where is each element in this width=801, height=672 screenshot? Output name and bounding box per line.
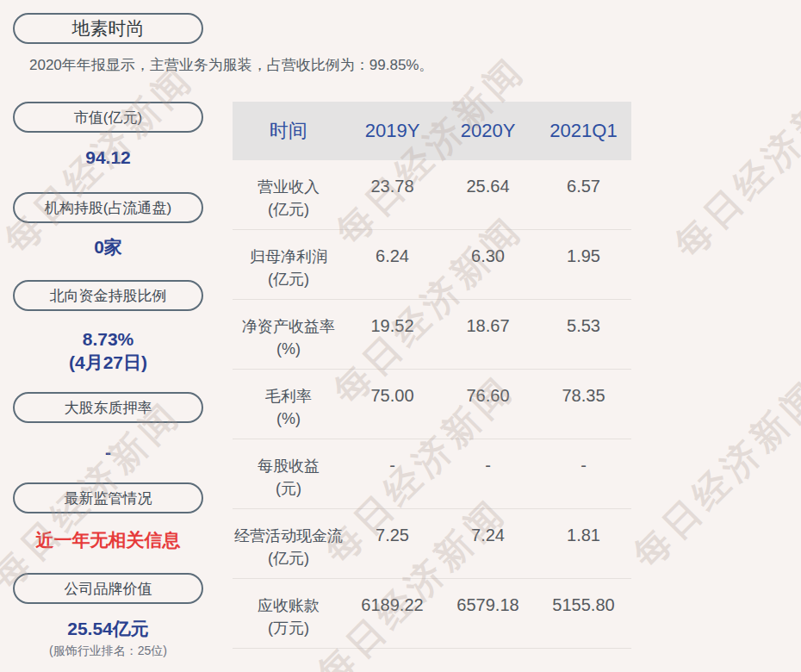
cell-value: 23.78	[345, 160, 440, 229]
table-row-revenue: 营业收入(亿元) 23.78 25.64 6.57	[233, 160, 631, 230]
northbound-ratio-value: 8.73%	[13, 328, 203, 351]
cell-value: 1.81	[536, 509, 631, 578]
row-label: 应收账款(万元)	[233, 579, 345, 648]
cell-value: 18.67	[440, 300, 536, 369]
cell-value: 1.95	[536, 230, 631, 299]
cell-value: 78.35	[536, 370, 631, 439]
row-label: 净资产收益率(%)	[233, 300, 345, 369]
header-2021q1: 2021Q1	[536, 120, 631, 142]
header-time: 时间	[233, 118, 345, 144]
cell-value: 6.24	[345, 230, 440, 299]
cell-value: -	[345, 439, 440, 508]
watermark-text: 每日经济新闻	[664, 59, 801, 268]
sidebar-pill-market-cap[interactable]: 市值(亿元)	[13, 102, 203, 133]
row-label: 每股收益(元)	[233, 439, 345, 508]
cell-value: -	[440, 439, 536, 508]
institutional-holdings-value: 0家	[13, 236, 203, 258]
cell-value: 19.52	[345, 300, 440, 369]
sidebar-pill-brand-value[interactable]: 公司品牌价值	[13, 573, 203, 604]
sidebar-pill-regulatory-status[interactable]: 最新监管情况	[13, 482, 203, 513]
header-2020y: 2020Y	[440, 120, 536, 142]
cell-value: -	[536, 439, 631, 508]
cell-value: 6.30	[440, 230, 536, 299]
northbound-ratio-date: (4月27日)	[13, 352, 203, 374]
cell-value: 75.00	[345, 370, 440, 439]
company-name-pill[interactable]: 地素时尚	[13, 13, 203, 44]
cell-value: 7.25	[345, 509, 440, 578]
sidebar-pill-institutional-holdings[interactable]: 机构持股(占流通盘)	[13, 192, 203, 223]
table-row-operating-cash-flow: 经营活动现金流(亿元) 7.25 7.24 1.81	[233, 509, 631, 579]
row-label: 经营活动现金流(亿元)	[233, 509, 345, 578]
cell-value: 76.60	[440, 370, 536, 439]
header-2019y: 2019Y	[345, 120, 440, 142]
row-label: 营业收入(亿元)	[233, 160, 345, 229]
table-header-row: 时间 2019Y 2020Y 2021Q1	[233, 102, 631, 160]
cell-value: 25.64	[440, 160, 536, 229]
sidebar-pill-northbound-ratio[interactable]: 北向资金持股比例	[13, 280, 203, 311]
table-row-eps: 每股收益(元) - - -	[233, 439, 631, 509]
page: 每日经济新闻 每日经济新闻 每日经济新闻 每日经济新闻 每日经济新闻 每日经济新…	[0, 0, 801, 672]
market-cap-value: 94.12	[13, 146, 203, 169]
cell-value: 7.24	[440, 509, 536, 578]
company-description: 2020年年报显示，主营业务为服装，占营收比例为：99.85%。	[29, 55, 494, 75]
pledge-rate-value: -	[13, 441, 203, 464]
financials-table: 时间 2019Y 2020Y 2021Q1 营业收入(亿元) 23.78 25.…	[233, 102, 631, 649]
row-label: 毛利率(%)	[233, 370, 345, 439]
cell-value: 6.57	[536, 160, 631, 229]
cell-value: 6189.22	[345, 579, 440, 648]
brand-value-amount: 25.54亿元	[13, 618, 203, 640]
regulatory-status-value: 近一年无相关信息	[13, 529, 203, 551]
table-row-roe: 净资产收益率(%) 19.52 18.67 5.53	[233, 300, 631, 370]
cell-value: 6579.18	[440, 579, 536, 648]
table-row-gross-margin: 毛利率(%) 75.00 76.60 78.35	[233, 370, 631, 439]
brand-value-rank-note: (服饰行业排名：25位)	[13, 644, 203, 659]
table-row-accounts-receivable: 应收账款(万元) 6189.22 6579.18 5155.80	[233, 579, 631, 649]
cell-value: 5.53	[536, 300, 631, 369]
sidebar-pill-pledge-rate[interactable]: 大股东质押率	[13, 392, 203, 423]
table-row-net-profit: 归母净利润(亿元) 6.24 6.30 1.95	[233, 230, 631, 300]
watermark-text: 每日经济新闻	[623, 369, 801, 578]
row-label: 归母净利润(亿元)	[233, 230, 345, 299]
cell-value: 5155.80	[536, 579, 631, 648]
